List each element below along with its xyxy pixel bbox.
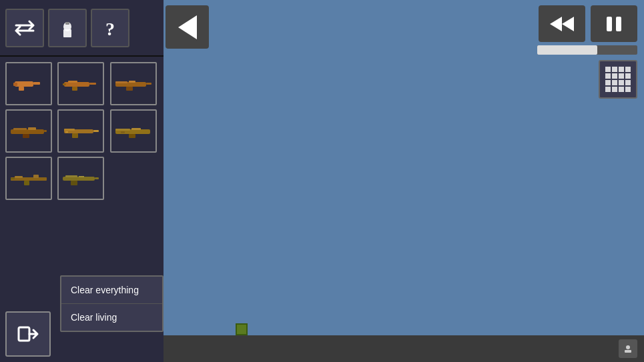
- svg-rect-45: [19, 327, 29, 341]
- back-button[interactable]: [166, 5, 209, 49]
- svg-rect-21: [23, 134, 29, 138]
- help-button[interactable]: ?: [91, 9, 129, 47]
- toolbar: ?: [0, 0, 164, 57]
- weapon-slot-2[interactable]: [57, 62, 104, 105]
- clear-everything-button[interactable]: Clear everything: [61, 277, 162, 304]
- svg-rect-1: [625, 350, 631, 353]
- ground: [164, 335, 644, 362]
- weapon-slot-6[interactable]: [110, 109, 157, 153]
- top-right-controls: [539, 5, 637, 42]
- svg-rect-20: [11, 129, 44, 134]
- sidebar: ?: [0, 0, 164, 362]
- svg-rect-7: [19, 87, 24, 91]
- svg-rect-43: [65, 175, 77, 177]
- svg-rect-27: [93, 130, 99, 132]
- svg-rect-14: [68, 81, 77, 83]
- svg-rect-11: [72, 87, 77, 91]
- items-button[interactable]: [48, 9, 87, 47]
- weapon-slot-5[interactable]: [57, 109, 104, 153]
- svg-rect-39: [11, 178, 15, 179]
- svg-rect-22: [44, 130, 47, 132]
- svg-rect-19: [129, 81, 135, 83]
- grid-toggle-button[interactable]: [599, 60, 637, 99]
- weapon-slot-7[interactable]: [5, 157, 52, 200]
- svg-rect-16: [126, 87, 133, 91]
- weapon-slot-1[interactable]: [5, 62, 52, 105]
- svg-rect-34: [121, 131, 125, 133]
- svg-marker-47: [562, 17, 574, 31]
- svg-rect-29: [65, 131, 68, 133]
- svg-rect-24: [28, 127, 36, 130]
- svg-rect-4: [65, 22, 69, 25]
- svg-rect-44: [79, 176, 84, 177]
- svg-rect-41: [95, 177, 99, 179]
- svg-marker-46: [550, 17, 562, 31]
- svg-rect-18: [115, 81, 127, 83]
- weapon-slot-8[interactable]: [57, 157, 104, 200]
- swap-button[interactable]: [5, 9, 44, 47]
- weapon-grid: [0, 57, 164, 205]
- speed-bar-container[interactable]: [537, 45, 637, 55]
- svg-rect-37: [24, 181, 29, 185]
- svg-rect-17: [146, 83, 151, 85]
- svg-rect-6: [15, 81, 33, 87]
- svg-rect-33: [131, 128, 141, 130]
- svg-rect-31: [129, 134, 135, 138]
- grid-icon: [605, 67, 631, 92]
- svg-rect-28: [64, 129, 75, 131]
- speed-bar-fill: [537, 45, 597, 55]
- svg-rect-10: [64, 82, 89, 87]
- entity-indicator: [619, 339, 637, 358]
- svg-text:?: ?: [105, 19, 115, 38]
- svg-rect-26: [72, 133, 78, 138]
- game-entity: [236, 323, 248, 335]
- exit-button[interactable]: [5, 311, 51, 357]
- svg-rect-38: [33, 175, 39, 178]
- svg-rect-23: [13, 128, 27, 130]
- svg-rect-9: [33, 82, 40, 85]
- clear-living-button[interactable]: Clear living: [61, 304, 162, 331]
- svg-rect-49: [616, 17, 621, 31]
- svg-rect-12: [89, 83, 96, 85]
- svg-rect-36: [15, 176, 23, 178]
- svg-rect-8: [13, 83, 17, 86]
- svg-rect-42: [71, 181, 77, 185]
- svg-rect-32: [115, 129, 130, 131]
- rewind-button[interactable]: [539, 5, 585, 42]
- svg-point-0: [626, 345, 630, 349]
- weapon-slot-3[interactable]: [110, 62, 157, 105]
- pause-button[interactable]: [591, 5, 637, 42]
- svg-rect-48: [607, 17, 612, 31]
- weapon-slot-4[interactable]: [5, 109, 52, 153]
- svg-rect-13: [63, 83, 66, 85]
- context-menu: Clear everything Clear living: [60, 275, 164, 332]
